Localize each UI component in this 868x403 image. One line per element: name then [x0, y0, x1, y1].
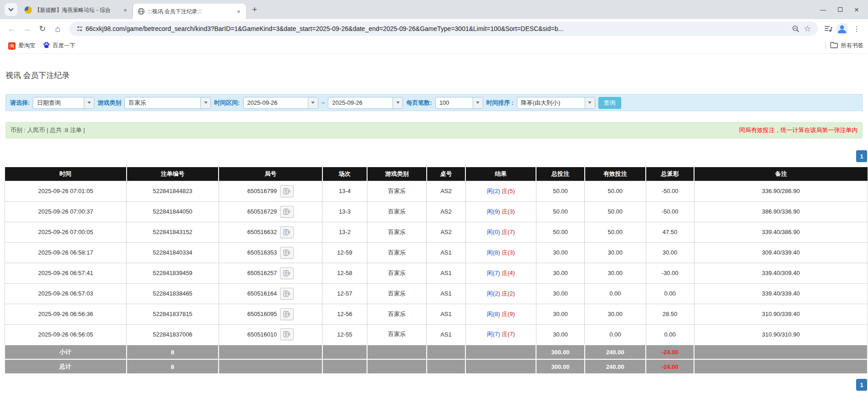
date-end-dropdown[interactable]: 2025-09-26	[328, 97, 403, 109]
video-replay-icon-button[interactable]	[280, 267, 294, 279]
pagination-top: 1	[0, 150, 868, 162]
tab-close-icon[interactable]: ×	[122, 6, 129, 14]
bookmark-label: 百度一下	[53, 42, 76, 50]
page-number-button[interactable]: 1	[856, 379, 867, 391]
cell-valid-bet: 0.00	[585, 324, 646, 345]
video-replay-icon-button[interactable]	[280, 206, 294, 218]
cell-payout: -50.00	[646, 201, 694, 222]
date-range-label: 时间区间:	[214, 99, 240, 107]
cell-bet-no: 522841843152	[127, 222, 219, 242]
page-content: 视讯 会员下注纪录 请选择: 日期查询 游戏类别 百家乐 时间区间: 2025-…	[0, 70, 868, 391]
cell-time: 2025-09-26 06:56:36	[5, 304, 127, 324]
round-number: 650516095	[247, 311, 277, 317]
cell-result: 闲(9) 庄(3)	[465, 201, 536, 222]
tab-close-icon[interactable]: ×	[235, 8, 242, 15]
cell-valid-bet: 30.00	[585, 304, 646, 324]
subtotal-row: 小计 8 300.00 240.00 -24.00	[5, 345, 868, 359]
new-tab-button[interactable]: +	[249, 4, 260, 15]
cell-total-bet[interactable]: 50.00	[536, 201, 584, 222]
date-start-dropdown[interactable]: 2025-09-26	[243, 97, 318, 109]
date-tilde: ~	[322, 99, 325, 106]
result-banker: 庄(3)	[502, 249, 515, 256]
browser-tab-forum[interactable]: 【新提醒】海燕策略论坛 - 综合 ×	[20, 4, 133, 16]
currency-summary: 币别 : 人民币 | 总共 :8 注单 |	[10, 126, 85, 134]
cell-total-bet[interactable]: 30.00	[536, 263, 584, 283]
table-header-row: 时间注单编号局号场次游戏类别桌号结果总投注有效投注总派彩备注	[5, 167, 868, 181]
sort-dropdown[interactable]: 降幂(由大到小)	[517, 97, 595, 109]
page-number-button[interactable]: 1	[856, 150, 867, 162]
back-button[interactable]: ←	[5, 22, 18, 36]
cell-bet-no: 522841844050	[127, 201, 219, 222]
bookmark-taobao[interactable]: 淘 爱淘宝	[5, 40, 39, 51]
cell-game-type: 百家乐	[367, 222, 427, 242]
cell-total-bet[interactable]: 30.00	[536, 324, 584, 345]
page-size-dropdown[interactable]: 100	[435, 97, 483, 109]
result-banker: 庄(3)	[502, 208, 515, 215]
video-replay-icon-button[interactable]	[280, 288, 294, 300]
tab-title: :::视讯 会员下注纪录:::	[148, 8, 232, 15]
dropdown-arrow-icon[interactable]	[393, 97, 403, 108]
cell-payout: -30.00	[646, 263, 694, 283]
home-button[interactable]: ⌂	[51, 22, 65, 36]
bookmark-star-icon[interactable]: ☆	[802, 23, 813, 35]
zoom-icon[interactable]	[790, 23, 802, 35]
cell-session: 12-56	[322, 304, 368, 324]
dropdown-arrow-icon[interactable]	[585, 97, 595, 108]
site-settings-icon[interactable]	[74, 23, 86, 35]
cell-payout: 30.00	[646, 242, 694, 263]
cell-game-type: 百家乐	[367, 324, 427, 345]
cell-valid-bet: 30.00	[585, 263, 646, 283]
maximize-button[interactable]	[838, 7, 842, 13]
url-text[interactable]: 66cxkj98.com/game/betrecord_search/kind3…	[86, 25, 790, 32]
chevron-down-icon	[8, 6, 13, 11]
dropdown-arrow-icon[interactable]	[200, 97, 210, 108]
browser-tab-strip: 【新提醒】海燕策略论坛 - 综合 × :::视讯 会员下注纪录::: × + —…	[0, 0, 868, 19]
cell-total-bet[interactable]: 50.00	[536, 222, 584, 242]
video-replay-icon-button[interactable]	[280, 226, 294, 238]
cell-session: 13-4	[322, 181, 368, 201]
cell-total-bet[interactable]: 30.00	[536, 304, 584, 324]
bookmark-baidu[interactable]: 百度一下	[39, 40, 79, 52]
reload-button[interactable]: ↻	[36, 22, 49, 36]
cell-table-no: AS2	[427, 181, 465, 201]
dropdown-arrow-icon[interactable]	[308, 97, 318, 108]
browser-tab-betrecord[interactable]: :::视讯 会员下注纪录::: ×	[133, 4, 246, 19]
cell-game-type: 百家乐	[367, 263, 427, 283]
game-type-dropdown[interactable]: 百家乐	[124, 97, 211, 109]
cell-total-bet[interactable]: 30.00	[536, 242, 584, 263]
cell-total-bet[interactable]: 50.00	[536, 181, 584, 201]
forward-button[interactable]: →	[20, 22, 34, 36]
tab-search-button[interactable]	[5, 3, 17, 16]
maximize-icon	[838, 7, 842, 12]
video-replay-icon-button[interactable]	[280, 247, 294, 259]
result-banker: 庄(9)	[502, 311, 515, 317]
pagination-bottom: 1	[0, 379, 868, 391]
minimize-button[interactable]: —	[820, 7, 826, 13]
result-player: 闲(7)	[487, 331, 500, 337]
column-header-9: 总派彩	[646, 167, 694, 181]
round-number: 650516164	[247, 290, 277, 297]
query-type-dropdown[interactable]: 日期查询	[33, 97, 94, 109]
all-bookmarks-button[interactable]: 所有书签	[830, 42, 863, 50]
column-header-4: 游戏类别	[367, 167, 427, 181]
table-row: 2025-09-26 07:00:05522841843152650516632…	[5, 222, 868, 242]
address-bar[interactable]: 66cxkj98.com/game/betrecord_search/kind3…	[69, 21, 818, 36]
cell-total-bet[interactable]: 30.00	[536, 283, 584, 304]
browser-toolbar: ← → ↻ ⌂ 66cxkj98.com/game/betrecord_sear…	[0, 19, 868, 38]
profile-avatar[interactable]	[836, 23, 848, 35]
video-replay-icon-button[interactable]	[280, 328, 294, 340]
dropdown-arrow-icon[interactable]	[84, 97, 94, 108]
close-button[interactable]: ×	[854, 6, 859, 14]
cell-table-no: AS1	[427, 324, 465, 345]
search-button[interactable]: 查询	[598, 97, 621, 109]
video-replay-icon-button[interactable]	[280, 185, 294, 197]
forum-favicon-icon	[25, 6, 32, 14]
video-replay-icon-button[interactable]	[280, 308, 294, 320]
result-player: 闲(0)	[487, 229, 500, 235]
dropdown-arrow-icon[interactable]	[473, 97, 483, 108]
cell-note: 310.90/310.90	[694, 324, 868, 345]
window-controls: — ×	[820, 6, 864, 19]
media-controls-icon[interactable]	[822, 23, 834, 35]
browser-menu-icon[interactable]: ⋮	[850, 22, 863, 36]
cell-note: 336.90/286.90	[694, 181, 868, 201]
